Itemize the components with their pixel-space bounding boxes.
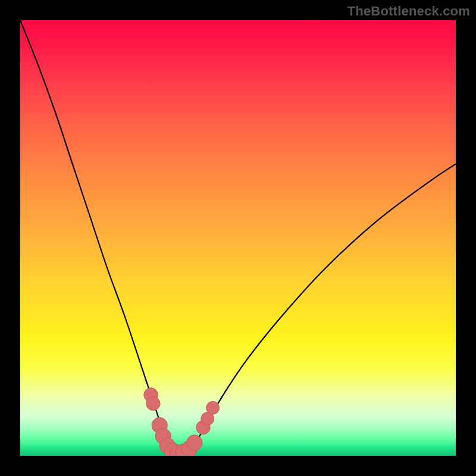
curve-marker	[146, 396, 160, 410]
curve-layer	[20, 20, 456, 456]
bottleneck-curve	[20, 20, 456, 453]
curve-marker	[206, 402, 220, 415]
watermark-text: TheBottleneck.com	[347, 4, 470, 19]
curve-marker	[187, 435, 202, 450]
curve-markers	[144, 388, 220, 456]
chart-frame: TheBottleneck.com	[0, 0, 476, 476]
plot-area	[20, 20, 456, 456]
